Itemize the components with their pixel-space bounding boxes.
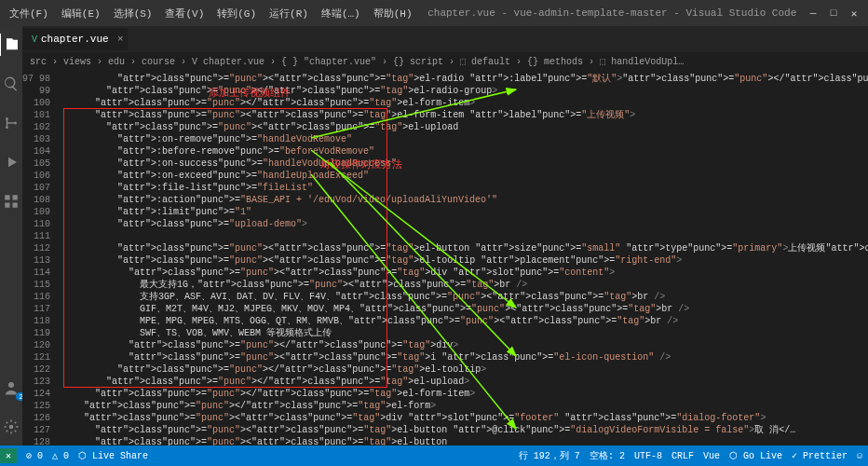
menu-edit[interactable]: 编辑(E) xyxy=(56,3,106,24)
annotation-methods: 对应操作对应方法 xyxy=(320,158,402,171)
code-area-left[interactable]: 97 98 99 100 101 102 103 104 105 106 107… xyxy=(22,71,868,445)
tab-label: chapter.vue xyxy=(41,34,109,45)
cursor-position[interactable]: 行 192，列 7 xyxy=(519,449,580,462)
menu-view[interactable]: 查看(V) xyxy=(159,3,210,24)
menu-help[interactable]: 帮助(H) xyxy=(368,3,418,24)
extensions-icon[interactable] xyxy=(0,190,22,212)
debug-icon[interactable] xyxy=(0,151,22,173)
main-menu: 文件(F) 编辑(E) 选择(S) 查看(V) 转到(G) 运行(R) 终端(…… xyxy=(4,3,418,24)
indent-setting[interactable]: 空格: 2 xyxy=(590,449,625,462)
menu-terminal[interactable]: 终端(…) xyxy=(316,3,366,24)
settings-icon[interactable] xyxy=(0,416,22,438)
explorer-icon[interactable] xyxy=(0,34,21,56)
editor-left: V chapter.vue × src › views › edu › cour… xyxy=(22,26,868,445)
tab-chapter-left[interactable]: V chapter.vue × xyxy=(22,28,128,50)
minimize-button[interactable]: — xyxy=(807,7,820,20)
close-tab-icon[interactable]: × xyxy=(117,34,124,45)
problems-errors[interactable]: ⊘ 0 xyxy=(26,450,43,461)
svg-rect-5 xyxy=(5,203,9,208)
svg-point-8 xyxy=(9,425,14,430)
vue-file-icon: V xyxy=(32,34,37,45)
window-title: chapter.vue - vue-admin-template-master … xyxy=(418,7,807,19)
line-gutter-left: 97 98 99 100 101 102 103 104 105 106 107… xyxy=(22,71,61,445)
code-left[interactable]: "attr">class"punc">="punc"><"attr">class… xyxy=(61,71,868,445)
close-button[interactable]: ✕ xyxy=(848,7,861,20)
main-layout: 2 V chapter.vue × src › views › edu › co… xyxy=(0,26,868,445)
eol[interactable]: CRLF xyxy=(671,451,694,461)
encoding[interactable]: UTF-8 xyxy=(634,451,662,461)
tabs-left: V chapter.vue × xyxy=(22,26,868,52)
maximize-button[interactable]: □ xyxy=(827,7,840,20)
svg-point-2 xyxy=(14,122,17,125)
breadcrumb-left[interactable]: src › views › edu › course › V chapter.v… xyxy=(22,52,868,71)
annotation-add-upload: 添加上传视频组件 xyxy=(209,86,291,100)
activity-bar: 2 xyxy=(0,26,22,445)
remote-indicator[interactable]: ✕ xyxy=(0,448,17,463)
window-controls: — □ ✕ xyxy=(807,7,864,20)
svg-point-0 xyxy=(6,117,8,120)
status-bar: ✕ ⊘ 0 △ 0 ⬡ Live Share 行 192，列 7 空格: 2 U… xyxy=(0,445,868,466)
live-share[interactable]: ⬡ Live Share xyxy=(78,450,148,461)
language-mode[interactable]: Vue xyxy=(703,451,720,461)
account-icon[interactable]: 2 xyxy=(0,377,22,399)
svg-rect-6 xyxy=(13,203,18,208)
svg-rect-3 xyxy=(5,195,9,199)
titlebar: 文件(F) 编辑(E) 选择(S) 查看(V) 转到(G) 运行(R) 终端(…… xyxy=(0,0,868,26)
menu-select[interactable]: 选择(S) xyxy=(108,3,158,24)
feedback-icon[interactable]: ☺ xyxy=(857,451,862,461)
menu-run[interactable]: 运行(R) xyxy=(264,3,314,24)
svg-rect-4 xyxy=(13,195,18,199)
prettier[interactable]: ✓ Prettier xyxy=(792,450,848,461)
go-live[interactable]: ⬡ Go Live xyxy=(729,450,782,461)
svg-point-7 xyxy=(8,382,14,388)
problems-warnings[interactable]: △ 0 xyxy=(52,450,69,461)
svg-point-1 xyxy=(6,126,8,129)
search-icon[interactable] xyxy=(0,73,22,95)
scm-icon[interactable] xyxy=(0,112,22,134)
menu-go[interactable]: 转到(G) xyxy=(211,3,262,24)
menu-file[interactable]: 文件(F) xyxy=(4,3,54,24)
editor-groups: V chapter.vue × src › views › edu › cour… xyxy=(22,26,868,445)
